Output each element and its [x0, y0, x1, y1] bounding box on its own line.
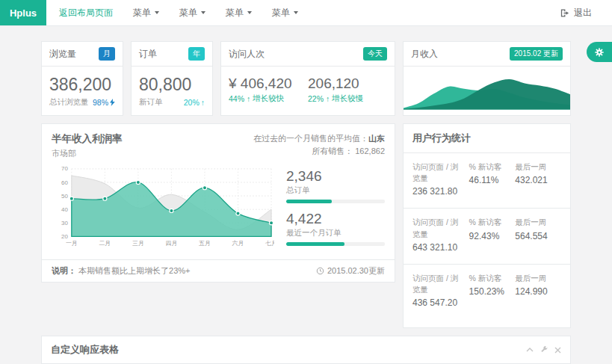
svg-text:二月: 二月: [99, 240, 111, 247]
card-body: 80,800 新订单 20%↑: [132, 67, 212, 115]
card-title: 订单: [139, 48, 157, 61]
svg-text:五月: 五月: [199, 240, 211, 247]
card-body: [404, 67, 570, 110]
menu-label: 菜单: [179, 7, 197, 19]
metric-value: 564.554: [515, 231, 557, 241]
month-orders-progress: [286, 242, 385, 246]
visits-right-value: 206,120: [308, 75, 387, 92]
caret-down-icon: [201, 11, 205, 14]
note-label: 说明：: [52, 266, 76, 275]
visits-left-pct: 44%: [229, 94, 244, 103]
close-icon: [554, 347, 561, 354]
card-header: 浏览量 月: [42, 42, 123, 67]
svg-text:七月: 七月: [265, 240, 274, 247]
menu-label: 菜单: [226, 7, 244, 19]
caret-down-icon: [294, 11, 298, 14]
total-orders-progress: [286, 200, 385, 203]
card-title: 浏览量: [49, 48, 76, 61]
update-badge: 2015.02 更新: [510, 47, 563, 61]
menu-dropdown-3[interactable]: 菜单: [226, 7, 252, 19]
progress-fill: [286, 200, 332, 203]
app-logo[interactable]: Hplus: [0, 0, 46, 25]
collapse-button[interactable]: [526, 347, 534, 353]
card-visits: 访问人次 今天 ¥ 406,420 44%↑增长较快 206,120 22%↑增…: [220, 41, 395, 116]
panel-tools: [526, 346, 561, 354]
menu-dropdown-4[interactable]: 菜单: [272, 7, 298, 19]
chart-area: 203040506070一月二月三月四月五月六月七月: [52, 164, 274, 253]
behavior-row: 访问页面 / 浏览量436 547.20 % 新访客150.23% 最后一周12…: [404, 265, 570, 327]
visits-right-trend: 增长较慢: [332, 93, 363, 104]
half-year-revenue-chart: 203040506070一月二月三月四月五月六月七月: [52, 164, 274, 250]
views-sub-label: 总计浏览量: [49, 97, 89, 108]
metric-value: 643 321.10: [412, 242, 465, 253]
card-title: 访问人次: [229, 48, 265, 61]
chevron-up-icon: [526, 347, 534, 353]
gear-icon: [594, 47, 605, 58]
sales-value: 162,862: [355, 146, 385, 155]
metric-label: 最后一周: [515, 161, 557, 173]
top-navbar: Hplus 返回布局页面 菜单 菜单 菜单 菜单 退出: [0, 0, 612, 26]
visits-left-value: ¥ 406,420: [229, 75, 308, 92]
custom-table-panel: 自定义响应表格 天 周 月 搜索: [41, 336, 571, 364]
svg-text:50: 50: [61, 193, 68, 200]
metric-value: 92.43%: [469, 231, 511, 241]
metric-value: 124.990: [515, 286, 557, 297]
total-orders-value: 2,346: [286, 168, 385, 185]
panel-title: 半年收入利润率: [52, 132, 123, 146]
updated-text: 2015.02.30更新: [327, 265, 385, 277]
svg-text:40: 40: [61, 206, 68, 213]
metric-label: % 新访客: [469, 273, 511, 284]
panel-subtitle: 市场部: [52, 148, 123, 159]
menu-dropdown-2[interactable]: 菜单: [179, 7, 205, 19]
nav-links: 返回布局页面 菜单 菜单 菜单 菜单: [46, 0, 560, 25]
middle-row: 半年收入利润率 市场部 在过去的一个月销售的平均值：山东 所有销售： 162,8…: [41, 123, 571, 328]
card-header: 订单 年: [132, 42, 212, 67]
svg-text:三月: 三月: [132, 240, 144, 247]
card-body: ¥ 406,420 44%↑增长较快 206,120 22%↑增长较慢: [221, 67, 395, 111]
menu-dropdown-1[interactable]: 菜单: [133, 7, 159, 19]
visits-right-pct: 22%: [308, 94, 324, 103]
svg-text:20: 20: [61, 233, 68, 240]
progress-fill: [286, 242, 344, 246]
menu-label: 菜单: [272, 7, 290, 19]
sign-out-icon: [560, 8, 569, 18]
card-title: 月收入: [411, 48, 438, 61]
metric-label: 访问页面 / 浏览量: [412, 273, 465, 295]
avg-value: 山东: [368, 134, 385, 143]
clock-icon: [316, 267, 324, 275]
period-badge: 月: [99, 47, 115, 61]
period-badge: 今天: [363, 47, 387, 61]
svg-text:六月: 六月: [232, 240, 244, 247]
close-button[interactable]: [554, 347, 561, 354]
metric-label: % 新访客: [469, 161, 511, 173]
metric-value: 46.11%: [469, 175, 511, 185]
revenue-chart-panel: 半年收入利润率 市场部 在过去的一个月销售的平均值：山东 所有销售： 162,8…: [41, 123, 395, 283]
panel-body: 203040506070一月二月三月四月五月六月七月 2,346 总订单 4,4…: [42, 161, 395, 259]
arrow-up-icon: ↑: [201, 98, 205, 107]
avg-label: 在过去的一个月销售的平均值：: [253, 134, 368, 143]
page-content: 浏览量 月 386,200 总计浏览量 98% 订单 年 80,800 新订单: [0, 26, 612, 364]
orders-value: 80,800: [139, 75, 205, 95]
back-to-layout-link[interactable]: 返回布局页面: [59, 7, 113, 19]
menu-label: 菜单: [133, 7, 151, 19]
behavior-row: 访问页面 / 浏览量643 321.10 % 新访客92.43% 最后一周564…: [404, 209, 570, 264]
theme-settings-button[interactable]: [587, 42, 612, 62]
views-pct: 98%: [93, 98, 108, 107]
svg-text:一月: 一月: [66, 240, 78, 247]
logout-label: 退出: [574, 7, 592, 19]
metric-label: 访问页面 / 浏览量: [412, 161, 465, 184]
logout-button[interactable]: 退出: [560, 0, 612, 25]
metric-value: 436 547.20: [412, 297, 465, 308]
order-stats: 2,346 总订单 4,422 最近一个月订单: [274, 164, 385, 253]
metric-value: 150.23%: [469, 286, 511, 297]
stat-cards-row: 浏览量 月 386,200 总计浏览量 98% 订单 年 80,800 新订单: [41, 41, 571, 116]
metric-label: 访问页面 / 浏览量: [412, 217, 465, 239]
arrow-up-icon: ↑: [326, 94, 330, 103]
caret-down-icon: [247, 11, 252, 14]
orders-pct: 20%: [184, 98, 200, 107]
config-button[interactable]: [540, 346, 548, 354]
month-orders-value: 4,422: [286, 211, 385, 227]
card-header: 月收入 2015.02 更新: [404, 42, 570, 67]
svg-text:60: 60: [61, 179, 68, 186]
caret-down-icon: [155, 11, 159, 14]
